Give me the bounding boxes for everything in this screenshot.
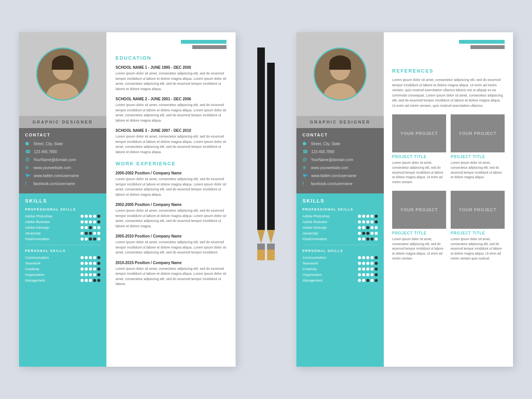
skill-row-photoshop-1: Adobe Photoshop xyxy=(25,214,100,218)
contact-item-phone-1: ☎ 123.456.7890 xyxy=(25,149,100,154)
phone-text-1: 123.456.7890 xyxy=(34,150,57,154)
references-title: REFERENCES xyxy=(392,68,505,74)
dot xyxy=(97,273,100,276)
project-title-4: PROJECT TITLE xyxy=(451,231,505,235)
work-pos-1: 2000-2002 Position / Company Name xyxy=(116,171,226,175)
skill-dots-mgmt-2 xyxy=(358,279,378,282)
work-desc-3: Lorem ipsum dolor sit amet, consectetur … xyxy=(116,240,226,255)
page-wrapper: GRAPHIC DESIGNER CONTACT ⬟ Street, City,… xyxy=(19,32,513,367)
skill-name-comm-2: Communication xyxy=(302,256,326,260)
bar-gray-1 xyxy=(192,45,226,49)
dot xyxy=(93,215,96,218)
skill-row-comm-1: Communication xyxy=(25,256,100,260)
dot xyxy=(85,226,88,229)
project-box-1: YOUR PROJECT xyxy=(392,114,446,152)
work-pos-3: 2005-2010 Position / Company Name xyxy=(116,234,226,238)
dot xyxy=(89,232,92,235)
skill-row-creat-2: Creativity xyxy=(302,267,378,271)
skill-row-creat-1: Creativity xyxy=(25,267,100,271)
decorative-bars-2 xyxy=(392,40,505,49)
dot xyxy=(375,262,378,265)
project-desc-3: Lorem ipsum dolor sit amet, consectetur … xyxy=(392,237,446,261)
photo-area-1 xyxy=(19,32,106,116)
dot xyxy=(366,220,369,223)
dot xyxy=(362,238,365,241)
contact-item-facebook-2: f facebook.com/username xyxy=(302,181,378,186)
dot xyxy=(89,273,92,276)
dot xyxy=(375,279,378,282)
skill-dots-p2-5 xyxy=(358,238,378,241)
dot xyxy=(375,220,378,223)
dot xyxy=(85,262,88,265)
dot xyxy=(85,215,88,218)
skill-dots-mgmt-1 xyxy=(81,279,100,282)
skill-name-1: Adobe Photoshop xyxy=(25,214,52,218)
decorative-bars-1 xyxy=(116,40,226,49)
dot xyxy=(93,273,96,276)
dot xyxy=(375,226,378,229)
skill-name-comm-1: Communication xyxy=(25,256,49,260)
address-text-1: Street, City, State xyxy=(33,142,63,146)
project-desc-2: Lorem ipsum dolor sit amet, consectetur … xyxy=(451,160,505,180)
edu-entry-2: SCHOOL NAME 2 - JUNE 2001 - DEC 2006 Lor… xyxy=(116,97,226,123)
twitter-text-2: www.twitter.com/username xyxy=(311,174,356,178)
dot xyxy=(362,215,365,218)
dot xyxy=(81,279,84,282)
skill-name-p2-3: Adobe InDesign xyxy=(302,226,327,230)
phone-text-2: 123.456.7890 xyxy=(311,150,334,154)
skill-dots-org-2 xyxy=(358,273,378,276)
name-title-area-2: GRAPHIC DESIGNER xyxy=(296,116,384,128)
avatar-1 xyxy=(36,48,89,101)
skill-row-mgmt-2: Management xyxy=(302,279,378,282)
dot xyxy=(81,232,84,235)
skill-row-illustrator-2: Adobe Illustrator xyxy=(302,220,378,224)
skill-name-p2-2: Adobe Illustrator xyxy=(302,220,328,224)
skill-row-js-2: Javascript xyxy=(302,231,378,235)
edu-entry-1: SCHOOL NAME 1 - JUNE 1995 - DEC 2000 Lor… xyxy=(116,65,226,92)
project-box-2: YOUR PROJECT xyxy=(451,114,505,152)
skill-row-comm-2: Communication xyxy=(302,256,378,260)
skill-dots-1 xyxy=(81,215,100,218)
dot xyxy=(362,268,365,271)
address-text-2: Street, City, State xyxy=(311,142,340,146)
contact-item-email-1: @ YourName@domain.com xyxy=(25,157,100,162)
dot xyxy=(93,226,96,229)
work-desc-1: Lorem ipsum dolor sit amet, consectetur … xyxy=(116,177,226,197)
resume-card-1: GRAPHIC DESIGNER CONTACT ⬟ Street, City,… xyxy=(19,32,236,367)
photo-area-2 xyxy=(296,32,384,116)
work-entry-1: 2000-2002 Position / Company Name Lorem … xyxy=(116,171,226,197)
pro-skills-heading-1: PROFESSIONAL SKILLS xyxy=(25,207,100,211)
skill-name-creat-1: Creativity xyxy=(25,267,40,271)
dot xyxy=(366,238,369,241)
skills-section-1: SKILLS PROFESSIONAL SKILLS Adobe Photosh… xyxy=(19,193,106,367)
location-icon-1: ⬟ xyxy=(25,141,30,146)
dot xyxy=(370,262,374,265)
dot xyxy=(85,220,88,223)
main-content-1: EDUCATION SCHOOL NAME 1 - JUNE 1995 - DE… xyxy=(106,32,236,367)
contact-item-twitter-2: 🐦 www.twitter.com/username xyxy=(302,173,378,178)
work-desc-4: Lorem ipsum dolor sit amet, consectetur … xyxy=(116,266,226,287)
project-box-label-4: YOUR PROJECT xyxy=(459,207,497,212)
skill-row-illustrator-1: Adobe Illustrator xyxy=(25,220,100,224)
project-title-3: PROJECT TITLE xyxy=(392,231,446,235)
skill-dots-org-1 xyxy=(81,273,100,276)
dot xyxy=(362,226,365,229)
skill-row-indesign-2: Adobe InDesign xyxy=(302,226,378,230)
skill-dots-team-2 xyxy=(358,262,378,265)
project-title-1: PROJECT TITLE xyxy=(392,155,446,159)
contact-item-email-2: @ YourName@domain.com xyxy=(302,157,378,162)
bar-gray-2 xyxy=(470,45,505,49)
bar-teal-2 xyxy=(459,40,505,44)
email-text-1: YourName@domain.com xyxy=(33,158,76,162)
projects-grid-bottom: YOUR PROJECT PROJECT TITLE Lorem ipsum d… xyxy=(392,191,505,261)
dot xyxy=(366,268,369,271)
facebook-text-2: facebook.com/username xyxy=(311,182,353,186)
contact-item-twitter-1: 🐦 www.twitter.com/username xyxy=(25,173,100,178)
dot xyxy=(97,232,100,235)
project-box-label-2: YOUR PROJECT xyxy=(459,131,497,136)
name-title-area-1: GRAPHIC DESIGNER xyxy=(19,116,106,128)
skills-divider-1 xyxy=(25,245,100,245)
portfolio-card: GRAPHIC DESIGNER CONTACT ⬟ Street, City,… xyxy=(296,32,513,367)
skill-dots-3 xyxy=(81,226,100,229)
skill-row-photoshop-2: Adobe Photoshop xyxy=(302,214,378,218)
